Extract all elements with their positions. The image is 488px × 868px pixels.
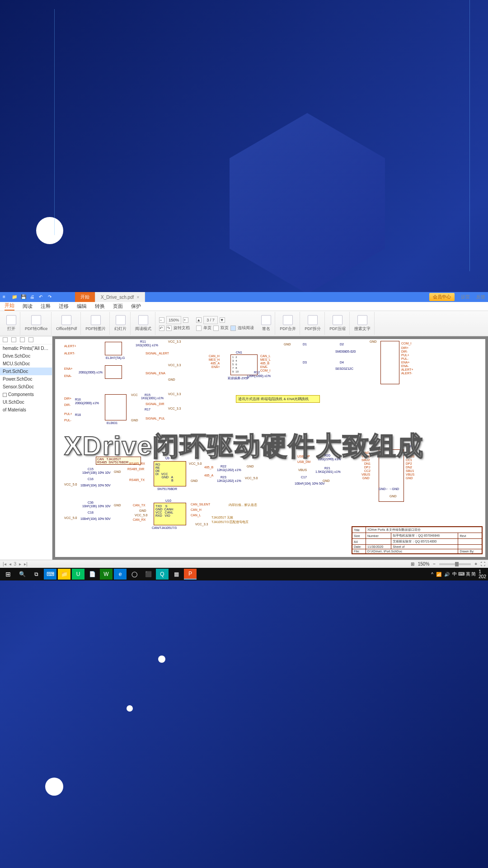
net-alert-p: ALERT+	[64, 344, 76, 348]
bookmark-mcu[interactable]: MCU.SchDoc	[0, 360, 52, 368]
r11-label: R11	[140, 340, 146, 343]
sb-thumb-icon[interactable]	[11, 337, 16, 342]
tray-up-icon[interactable]: ^	[431, 572, 433, 577]
tb-edge[interactable]: e	[114, 569, 127, 580]
open-icon[interactable]: 📁	[12, 294, 17, 300]
zoom-field[interactable]: 150%	[166, 316, 181, 324]
tb-wechat[interactable]: W	[100, 569, 113, 580]
rb-compress[interactable]: PDF压缩	[326, 312, 350, 335]
bookmark-root[interactable]: hematic Prints("All Documents",Logic	[0, 344, 52, 352]
rt-migrate[interactable]: 迁移	[59, 303, 69, 310]
rb-ppt[interactable]: 幻灯片	[111, 312, 131, 335]
gnd-1: GND	[168, 378, 175, 381]
r22: R22	[221, 465, 226, 468]
pdf2img-icon	[91, 315, 101, 325]
tb-vscode[interactable]: ⌨	[44, 569, 56, 580]
taskview-button[interactable]: ⧉	[30, 569, 42, 580]
zoom-minus-icon[interactable]: −	[433, 561, 436, 566]
rb-split[interactable]: PDF拆分	[301, 312, 325, 335]
tray-vol-icon[interactable]: 🔊	[444, 572, 450, 577]
first-page-icon[interactable]: |◂	[3, 561, 6, 566]
continuous-icon[interactable]	[230, 326, 236, 331]
bookmark-drive[interactable]: Drive.SchDoc	[0, 352, 52, 360]
zoom-plus-icon[interactable]: +	[474, 561, 477, 566]
app-menu-icon[interactable]: ≡	[3, 294, 8, 300]
rb-open[interactable]: 打开	[3, 312, 20, 335]
rb-merge[interactable]: PDF合并	[276, 312, 300, 335]
fullscreen-icon[interactable]: ⛶	[481, 561, 485, 566]
zoom-in-icon[interactable]: +	[183, 317, 188, 323]
double-page-icon[interactable]	[213, 326, 219, 331]
tab-document[interactable]: X_Drive_sch.pdf×	[95, 292, 145, 302]
sb-layers-icon[interactable]	[20, 337, 25, 342]
zoom-slider[interactable]	[439, 563, 471, 565]
zoom-out-icon[interactable]: −	[159, 317, 164, 323]
last-page-icon[interactable]: ▸|	[24, 561, 28, 566]
rt-edit[interactable]: 编辑	[77, 303, 87, 310]
settings-link[interactable]: 设置	[461, 294, 470, 300]
redo-icon[interactable]: ↷	[48, 294, 53, 300]
system-tray[interactable]: ^ 📶 🔊 中 ⌨ 英 简 1202	[431, 569, 486, 579]
r15: R15	[145, 393, 150, 396]
tb-app4[interactable]: ▦	[170, 569, 183, 580]
bookmark-materials[interactable]: of Materials	[0, 406, 52, 414]
save-icon[interactable]: 💾	[21, 294, 26, 300]
rb-sign[interactable]: 签名	[258, 312, 275, 335]
tb-qq[interactable]: Q	[156, 569, 169, 580]
rotate-right-icon[interactable]: ↷	[166, 326, 172, 331]
tb-obs[interactable]: ◯	[128, 569, 141, 580]
clock[interactable]: 1202	[479, 569, 486, 579]
u10-pins: TXD S GND CANH VCC CANL RXD VIO	[155, 505, 173, 517]
rt-convert[interactable]: 转换	[95, 303, 105, 310]
rt-read[interactable]: 阅读	[23, 303, 33, 310]
undo-icon[interactable]: ↶	[39, 294, 44, 300]
feedback-link[interactable]: 反馈	[476, 294, 485, 300]
bookmark-port[interactable]: Port.SchDoc	[0, 368, 52, 375]
tb-app3[interactable]: ⬛	[142, 569, 155, 580]
tb-pdf-reader[interactable]: P	[184, 569, 197, 580]
bookmark-power[interactable]: Power.SchDoc	[0, 375, 52, 383]
bookmark-components[interactable]: Components	[0, 391, 52, 398]
sb-outline-icon[interactable]	[3, 337, 8, 342]
tray-net-icon[interactable]: 📶	[436, 572, 441, 577]
member-center-button[interactable]: 会员中心	[429, 293, 455, 301]
search-icon	[357, 315, 367, 325]
sb-attach-icon[interactable]	[28, 337, 33, 342]
rb-pdf2office[interactable]: PDF转Office	[21, 312, 52, 335]
note-comm-select: 通讯方式选择 终端电阻跳线 & ENA光耦跳线	[236, 395, 320, 403]
page-next-icon[interactable]: ▼	[220, 317, 225, 323]
rt-annot[interactable]: 注释	[41, 303, 51, 310]
fit-page-icon[interactable]: ⊞	[411, 561, 414, 566]
rb-search[interactable]: 搜索文字	[351, 312, 375, 335]
compress-icon	[333, 315, 343, 325]
bookmark-sensor[interactable]: Sensor.SchDoc	[0, 383, 52, 391]
page-indicator[interactable]: 3 / 7	[203, 316, 218, 324]
rs485tx: RS485_TX	[129, 478, 145, 481]
tb-app1[interactable]: U	[72, 569, 84, 580]
tab-start[interactable]: 开始	[75, 292, 95, 302]
single-page-icon[interactable]	[196, 326, 202, 331]
next-page-icon[interactable]: ▸	[19, 561, 21, 566]
ime-indicator[interactable]: 中 ⌨ 英 简	[452, 571, 476, 577]
search-button[interactable]: 🔍	[16, 569, 28, 580]
close-tab-icon[interactable]: ×	[136, 295, 139, 300]
start-button[interactable]: ⊞	[2, 569, 14, 580]
canl: CAN_L	[191, 514, 201, 517]
prev-page-icon[interactable]: ◂	[9, 561, 11, 566]
rt-protect[interactable]: 保护	[131, 303, 141, 310]
r16: R16	[75, 398, 81, 401]
tb-explorer[interactable]: 📁	[58, 569, 70, 580]
rotate-left-icon[interactable]: ↶	[159, 326, 164, 331]
rt-page[interactable]: 页面	[113, 303, 123, 310]
rb-readmode[interactable]: 阅读模式	[131, 312, 155, 335]
rb-pdf2img[interactable]: PDF转图片	[82, 312, 110, 335]
rt-start[interactable]: 开始	[5, 302, 14, 311]
tb-app2[interactable]: 📄	[86, 569, 99, 580]
bookmark-ui[interactable]: UI.SchDoc	[0, 398, 52, 406]
print-icon[interactable]: 🖨	[30, 294, 35, 300]
rb-office2pdf[interactable]: Office转Pdf	[52, 312, 81, 335]
sidebar-toolbar	[0, 336, 52, 344]
cn1-connector: 12345678910	[230, 354, 258, 375]
page-number[interactable]: 3	[14, 561, 17, 566]
page-prev-icon[interactable]: ▲	[196, 317, 202, 323]
